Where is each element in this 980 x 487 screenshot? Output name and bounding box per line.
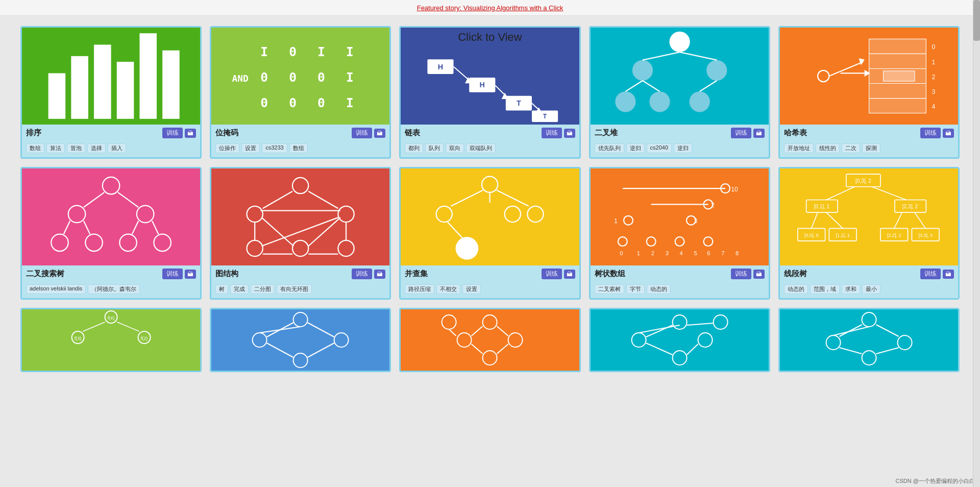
svg-rect-1 (71, 56, 88, 119)
tag-ll-1[interactable]: 队列 (425, 143, 444, 153)
card-actions-bst: 训练 🏔 (162, 269, 196, 279)
tag-sorting-4[interactable]: 插入 (108, 143, 126, 153)
card-partial-5[interactable] (778, 308, 960, 372)
tag-uf-0[interactable]: 路径压缩 (405, 284, 434, 294)
tag-sorting-2[interactable]: 冒泡 (67, 143, 85, 153)
svg-line-157 (260, 327, 301, 333)
tag-ll-0[interactable]: 都列 (405, 143, 423, 153)
scrollbar-thumb[interactable] (973, 0, 980, 41)
svg-text:0: 0 (317, 95, 325, 110)
tag-graph-3[interactable]: 有向无环图 (277, 284, 312, 294)
tag-graph-1[interactable]: 完成 (230, 284, 249, 294)
bookmark-button-bst[interactable]: 🏔 (185, 270, 196, 279)
card-partial-4[interactable] (589, 308, 770, 372)
tag-ll-3[interactable]: 双端队列 (466, 143, 496, 153)
tag-bitmask-0[interactable]: 位操作 (215, 143, 239, 153)
svg-text:f(3): f(3) (75, 336, 82, 341)
tag-ht-2[interactable]: 二次 (842, 143, 860, 153)
tag-heap-2[interactable]: cs2040 (647, 143, 672, 153)
bookmark-button-heap[interactable]: 🏔 (753, 129, 765, 138)
tag-sorting-3[interactable]: 选择 (87, 143, 106, 153)
tag-heap-0[interactable]: 优先队列 (595, 143, 624, 153)
tag-sorting-1[interactable]: 算法 (46, 143, 65, 153)
scrollbar-track[interactable] (973, 0, 980, 487)
tag-uf-2[interactable]: 设置 (462, 284, 481, 294)
bookmark-button-linked-list[interactable]: 🏔 (564, 129, 575, 138)
bookmark-button-bitmask[interactable]: 🏔 (374, 129, 385, 138)
train-button-heap[interactable]: 训练 (731, 128, 751, 138)
card-graph[interactable]: 图结构 训练 🏔 树 完成 二分图 有向无环图 (210, 167, 391, 300)
svg-rect-4 (139, 33, 157, 119)
tag-heap-3[interactable]: 逆归 (674, 143, 692, 153)
tag-fw-1[interactable]: 字节 (626, 284, 645, 294)
svg-text:0: 0 (289, 44, 297, 59)
train-button-uf[interactable]: 训练 (542, 269, 562, 279)
tag-ht-3[interactable]: 探测 (862, 143, 880, 153)
card-actions-heap: 训练 🏔 (731, 128, 765, 138)
train-button-fenwick[interactable]: 训练 (731, 269, 751, 279)
card-footer-sorting: 排序 训练 🏔 (22, 125, 200, 141)
bookmark-button-fenwick[interactable]: 🏔 (753, 270, 765, 279)
train-button-hashtable[interactable]: 训练 (920, 128, 941, 138)
svg-text:[1,1], 1: [1,1], 1 (836, 233, 849, 238)
card-partial-2[interactable] (210, 308, 391, 372)
card-heap[interactable]: 二叉堆 训练 🏔 优先队列 逆归 cs2040 逆归 (589, 26, 770, 159)
card-partial-1[interactable]: f(4) f(3) f(2) (20, 308, 202, 372)
bookmark-button-sorting[interactable]: 🏔 (185, 129, 196, 138)
card-segment-tree[interactable]: [0,3], 2 [0,1], 1 [2,3], 2 [0,0], 0 [1,1… (778, 167, 960, 300)
tag-ht-0[interactable]: 开放地址 (784, 143, 814, 153)
card-sorting[interactable]: 排序 训练 🏔 数组 算法 冒泡 选择 插入 (20, 26, 202, 159)
svg-text:f(4): f(4) (108, 315, 115, 321)
svg-point-110 (675, 237, 684, 246)
svg-line-72 (152, 221, 158, 234)
train-button-graph[interactable]: 训练 (352, 269, 372, 279)
svg-point-64 (85, 234, 103, 252)
card-fenwick[interactable]: 10 2 1 3 0 1 2 (589, 167, 770, 300)
tag-st-3[interactable]: 最小 (862, 284, 880, 294)
svg-marker-46 (859, 58, 864, 65)
tag-fw-0[interactable]: 二叉索树 (595, 284, 624, 294)
tag-st-1[interactable]: 范围，域 (810, 284, 840, 294)
tag-sorting-0[interactable]: 数组 (26, 143, 44, 153)
tag-ht-1[interactable]: 线性的 (816, 143, 840, 153)
tag-st-0[interactable]: 动态的 (784, 284, 808, 294)
train-button-linked-list[interactable]: 训练 (542, 128, 562, 138)
bookmark-button-graph[interactable]: 🏔 (374, 270, 385, 279)
tag-st-2[interactable]: 求和 (842, 284, 860, 294)
tag-bst-0[interactable]: adelson velskii landis (26, 284, 86, 294)
train-button-segment-tree[interactable]: 训练 (920, 269, 941, 279)
tag-heap-1[interactable]: 逆归 (626, 143, 645, 153)
tag-ll-2[interactable]: 双向 (446, 143, 464, 153)
train-button-sorting[interactable]: 训练 (162, 128, 183, 138)
card-bst[interactable]: 二叉搜索树 训练 🏔 adelson velskii landis （阿德尔。森… (20, 167, 202, 300)
card-footer-linked-list: 链表 训练 🏔 (401, 125, 579, 141)
card-union-find[interactable]: 并查集 训练 🏔 路径压缩 不相交 设置 (399, 167, 580, 300)
svg-line-80 (308, 191, 338, 209)
tag-bitmask-1[interactable]: 设置 (241, 143, 260, 153)
train-button-bitmask[interactable]: 训练 (352, 128, 372, 138)
tag-bitmask-3[interactable]: 数组 (289, 143, 308, 153)
bookmark-button-hashtable[interactable]: 🏔 (943, 129, 954, 138)
tag-bst-1[interactable]: （阿德尔。森韦尔 (88, 284, 140, 294)
bookmark-button-segment-tree[interactable]: 🏔 (943, 270, 954, 279)
svg-point-90 (436, 206, 452, 222)
tag-uf-1[interactable]: 不相交 (436, 284, 460, 294)
svg-text:4: 4 (679, 250, 682, 256)
tags-sorting: 数组 算法 冒泡 选择 插入 (22, 141, 200, 157)
tag-graph-2[interactable]: 二分图 (251, 284, 275, 294)
svg-text:H: H (479, 81, 484, 89)
bookmark-button-uf[interactable]: 🏔 (564, 270, 575, 279)
card-partial-3[interactable] (399, 308, 580, 372)
svg-line-94 (451, 190, 483, 206)
featured-link[interactable]: Featured story: Visualizing Algorithms w… (417, 4, 564, 12)
tag-bitmask-2[interactable]: cs3233 (262, 143, 287, 153)
card-linked-list[interactable]: Click to View H H (399, 26, 580, 159)
card-bitmask[interactable]: I 0 I I AND 0 0 0 I 0 0 0 I 位掩码 (210, 26, 391, 159)
card-hashtable[interactable]: 0 1 2 3 4 哈希表 训练 🏔 (778, 26, 960, 159)
tag-graph-0[interactable]: 树 (215, 284, 228, 294)
svg-point-66 (154, 234, 171, 252)
train-button-bst[interactable]: 训练 (162, 269, 183, 279)
svg-point-91 (528, 206, 544, 222)
svg-line-166 (497, 344, 508, 354)
tag-fw-2[interactable]: 动态的 (647, 284, 671, 294)
